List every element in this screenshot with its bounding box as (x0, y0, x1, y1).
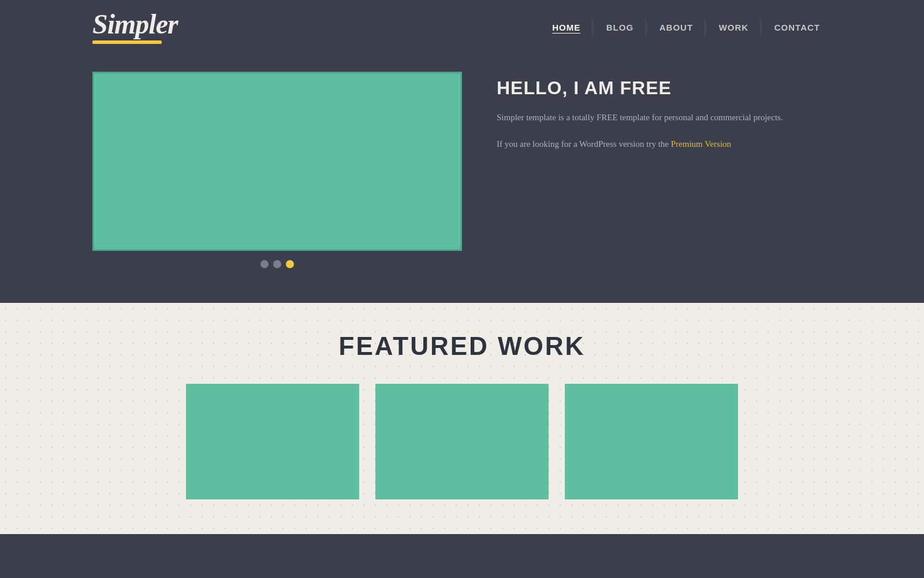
work-card-1[interactable] (186, 384, 359, 499)
hero-title: HELLO, I AM FREE (497, 77, 832, 99)
slider-dot-3[interactable] (286, 260, 294, 268)
hero-image (92, 72, 462, 251)
site-header: Simpler HOME | BLOG | ABOUT | WORK | CON… (0, 0, 924, 54)
hero-description-1: Simpler template is a totally FREE templ… (497, 110, 832, 125)
work-card-image-3 (565, 384, 738, 499)
logo-underline (92, 40, 162, 44)
premium-version-link[interactable]: Premium Version (671, 139, 731, 149)
work-card-image-1 (186, 384, 359, 499)
hero-description-2: If you are looking for a WordPress versi… (497, 137, 832, 152)
slider-dot-1[interactable] (260, 260, 269, 268)
work-card-image-2 (375, 384, 549, 499)
main-nav: HOME | BLOG | ABOUT | WORK | CONTACT (541, 19, 832, 36)
work-card-3[interactable] (565, 384, 738, 499)
work-card-2[interactable] (375, 384, 549, 499)
nav-item-blog[interactable]: BLOG (595, 19, 646, 36)
nav-item-about[interactable]: ABOUT (648, 19, 705, 36)
nav-item-work[interactable]: WORK (707, 19, 761, 36)
hero-section: HELLO, I AM FREE Simpler template is a t… (0, 54, 924, 303)
work-grid (116, 384, 808, 499)
logo[interactable]: Simpler (92, 10, 178, 44)
logo-text: Simpler (92, 10, 178, 38)
slider-dot-2[interactable] (273, 260, 281, 268)
featured-title: FEATURED WORK (116, 332, 808, 361)
hero-image-wrap (92, 72, 462, 268)
featured-section: FEATURED WORK (0, 303, 924, 534)
nav-item-contact[interactable]: CONTACT (763, 19, 832, 36)
hero-content: HELLO, I AM FREE Simpler template is a t… (497, 72, 832, 151)
slider-dots (92, 260, 462, 268)
nav-item-home[interactable]: HOME (541, 19, 593, 36)
